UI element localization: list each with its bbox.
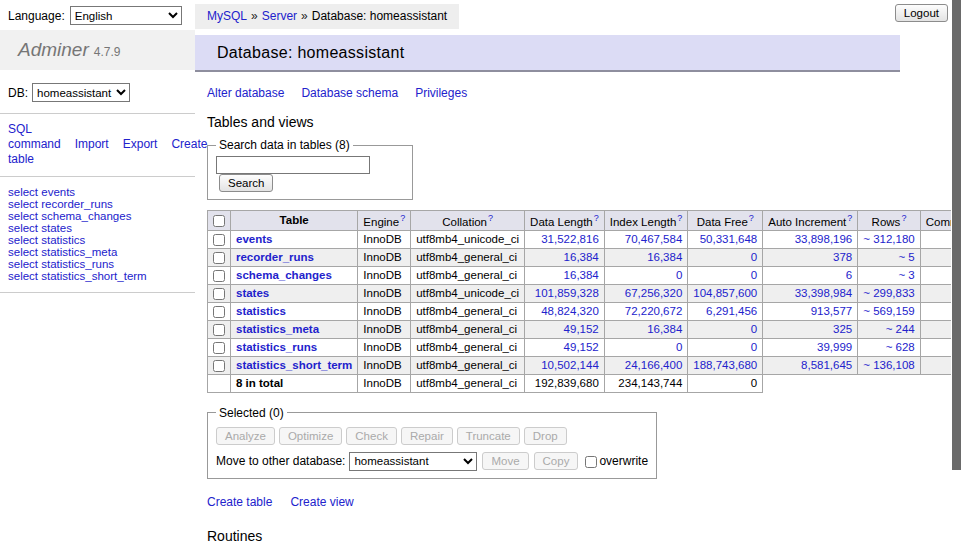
- row-checkbox[interactable]: [213, 270, 225, 282]
- table-link-states[interactable]: states: [236, 287, 269, 299]
- db-select[interactable]: homeassistant: [32, 83, 130, 102]
- table-link-events[interactable]: events: [236, 233, 272, 245]
- value-link[interactable]: 16,384: [564, 251, 599, 263]
- row-checkbox[interactable]: [213, 288, 225, 300]
- nav-alter-database[interactable]: Alter database: [207, 86, 284, 100]
- check-button[interactable]: Check: [346, 427, 397, 445]
- sidebar-select-statistics-meta[interactable]: select statistics_meta: [8, 246, 195, 258]
- value-link[interactable]: ~ 244: [886, 323, 915, 335]
- value-link[interactable]: 31,522,816: [541, 233, 599, 245]
- value-link[interactable]: 188,743,680: [693, 359, 757, 371]
- value-link[interactable]: ~ 628: [886, 341, 915, 353]
- table-link-statistics-short-term[interactable]: statistics_short_term: [236, 359, 352, 371]
- scrollbar-thumb[interactable]: [952, 0, 961, 470]
- drop-button[interactable]: Drop: [524, 427, 567, 445]
- value-link[interactable]: 49,152: [564, 341, 599, 353]
- value-link[interactable]: ~ 5: [898, 251, 914, 263]
- truncate-button[interactable]: Truncate: [457, 427, 520, 445]
- breadcrumb-mysql[interactable]: MySQL: [207, 9, 247, 23]
- overwrite-checkbox[interactable]: [585, 456, 597, 468]
- value-link[interactable]: 39,999: [817, 341, 852, 353]
- analyze-button[interactable]: Analyze: [216, 427, 275, 445]
- value-link[interactable]: 325: [833, 323, 852, 335]
- value-link[interactable]: 33,898,196: [795, 233, 853, 245]
- sidebar-action-import[interactable]: Import: [75, 137, 109, 151]
- sidebar-select-recorder-runs[interactable]: select recorder_runs: [8, 198, 195, 210]
- value-link[interactable]: 0: [751, 341, 757, 353]
- value-link[interactable]: 50,331,648: [700, 233, 758, 245]
- value-link[interactable]: 72,220,672: [625, 305, 683, 317]
- value-link[interactable]: 16,384: [564, 269, 599, 281]
- row-checkbox[interactable]: [213, 234, 225, 246]
- value-link[interactable]: ~ 299,833: [863, 287, 914, 299]
- help-icon[interactable]: ?: [901, 213, 906, 223]
- value-link[interactable]: 0: [751, 251, 757, 263]
- search-button[interactable]: Search: [219, 174, 273, 192]
- help-icon[interactable]: ?: [488, 213, 493, 223]
- value-link[interactable]: 378: [833, 251, 852, 263]
- nav-privileges[interactable]: Privileges: [415, 86, 467, 100]
- value-link[interactable]: 67,256,320: [625, 287, 683, 299]
- value-link[interactable]: ~ 3: [898, 269, 914, 281]
- value-link[interactable]: 33,398,984: [795, 287, 853, 299]
- search-input[interactable]: [216, 156, 370, 174]
- value-link[interactable]: 913,577: [811, 305, 853, 317]
- value-link[interactable]: 70,467,584: [625, 233, 683, 245]
- table-link-recorder-runs[interactable]: recorder_runs: [236, 251, 314, 263]
- value-link[interactable]: ~ 312,180: [863, 233, 914, 245]
- value-link[interactable]: 48,824,320: [541, 305, 599, 317]
- sidebar-select-events[interactable]: select events: [8, 186, 195, 198]
- table-link-statistics-meta[interactable]: statistics_meta: [236, 323, 319, 335]
- value-link[interactable]: ~ 569,159: [863, 305, 914, 317]
- help-icon[interactable]: ?: [749, 213, 754, 223]
- value-link[interactable]: 49,152: [564, 323, 599, 335]
- value-link[interactable]: 101,859,328: [535, 287, 599, 299]
- sidebar-select-statistics-short-term[interactable]: select statistics_short_term: [8, 270, 195, 282]
- value-link[interactable]: 16,384: [647, 251, 682, 263]
- help-icon[interactable]: ?: [594, 213, 599, 223]
- row-checkbox[interactable]: [213, 360, 225, 372]
- value-link[interactable]: 6,291,456: [706, 305, 757, 317]
- value-link[interactable]: 0: [751, 269, 757, 281]
- sidebar-action-export[interactable]: Export: [123, 137, 158, 151]
- move-db-select[interactable]: homeassistant: [349, 452, 477, 471]
- value-link[interactable]: 0: [751, 323, 757, 335]
- optimize-button[interactable]: Optimize: [279, 427, 342, 445]
- value-link[interactable]: 16,384: [647, 323, 682, 335]
- breadcrumb-server[interactable]: Server: [262, 9, 297, 23]
- value-link[interactable]: 10,502,144: [541, 359, 599, 371]
- overwrite-option[interactable]: overwrite: [585, 454, 648, 468]
- move-button[interactable]: Move: [482, 452, 528, 470]
- value-link[interactable]: 24,166,400: [625, 359, 683, 371]
- select-all-checkbox[interactable]: [213, 215, 225, 227]
- sidebar-select-schema-changes[interactable]: select schema_changes: [8, 210, 195, 222]
- numeric-cell: 188,743,680: [688, 356, 763, 374]
- help-icon[interactable]: ?: [400, 213, 405, 223]
- row-checkbox[interactable]: [213, 342, 225, 354]
- value-link[interactable]: 0: [676, 269, 682, 281]
- value-link[interactable]: 6: [846, 269, 852, 281]
- copy-button[interactable]: Copy: [534, 452, 579, 470]
- help-icon[interactable]: ?: [677, 213, 682, 223]
- row-checkbox[interactable]: [213, 324, 225, 336]
- nav-database-schema[interactable]: Database schema: [301, 86, 398, 100]
- scrollbar[interactable]: [951, 0, 966, 543]
- sidebar-select-statistics-runs[interactable]: select statistics_runs: [8, 258, 195, 270]
- help-icon[interactable]: ?: [847, 213, 852, 223]
- sidebar-select-statistics[interactable]: select statistics: [8, 234, 195, 246]
- value-link[interactable]: 104,857,600: [693, 287, 757, 299]
- table-link-statistics-runs[interactable]: statistics_runs: [236, 341, 317, 353]
- value-link[interactable]: 8,581,645: [801, 359, 852, 371]
- app-version[interactable]: 4.7.9: [94, 45, 121, 59]
- sidebar-select-states[interactable]: select states: [8, 222, 195, 234]
- create-table-link[interactable]: Create table: [207, 495, 272, 509]
- create-view-link[interactable]: Create view: [290, 495, 353, 509]
- repair-button[interactable]: Repair: [401, 427, 453, 445]
- table-link-schema-changes[interactable]: schema_changes: [236, 269, 332, 281]
- value-link[interactable]: 0: [676, 341, 682, 353]
- row-checkbox[interactable]: [213, 252, 225, 264]
- value-link[interactable]: ~ 136,108: [863, 359, 914, 371]
- row-checkbox[interactable]: [213, 306, 225, 318]
- table-link-statistics[interactable]: statistics: [236, 305, 286, 317]
- sidebar-action-sql-command[interactable]: SQL command: [8, 122, 61, 151]
